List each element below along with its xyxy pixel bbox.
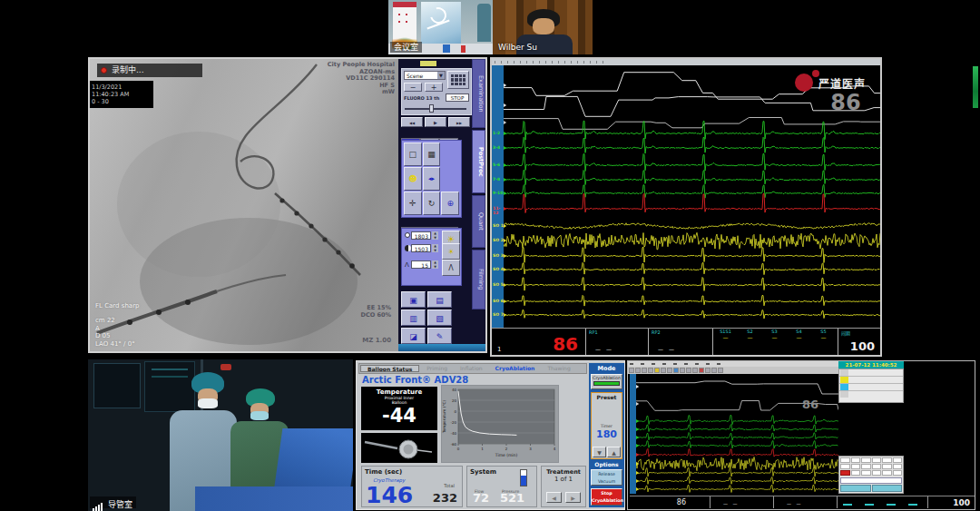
phase-inflation: Inflation: [454, 364, 489, 373]
folder-tab-icon: [420, 61, 436, 66]
tab-filming[interactable]: Filming: [472, 250, 485, 310]
options-title: Options: [589, 461, 624, 467]
adjust-panel: 1803 ▲▼ ☀ 1503 ▲▼ ☀ Λ 15 ▲▼ Λ: [401, 228, 462, 286]
mini-rp1-value: — —: [723, 501, 740, 506]
logo-icon: [795, 74, 813, 92]
channel-label: 9-10: [493, 191, 504, 195]
next-frame-button[interactable]: ▶▶: [448, 117, 470, 127]
svg-text:0: 0: [454, 409, 456, 414]
stop-button[interactable]: STOP: [446, 93, 469, 102]
mini-status-bar: 86 — — — — 100: [630, 496, 975, 508]
timer-down-button[interactable]: ▼: [593, 447, 606, 457]
channel-label: SO 6: [493, 299, 504, 303]
mini-stim-tick: [843, 504, 852, 506]
send-image-button[interactable]: ▤: [427, 291, 452, 308]
grid-layout-button[interactable]: ▦: [423, 142, 441, 166]
slider-track[interactable]: [405, 108, 466, 110]
edge-curve-button[interactable]: Λ: [442, 260, 460, 276]
copy-to-ref-button[interactable]: ▣: [401, 291, 426, 308]
tab-postproc[interactable]: PostProc: [472, 130, 485, 193]
phase-balloon-status: Balloon Status: [360, 365, 419, 372]
cryotherapy-seconds: 146: [366, 482, 413, 508]
slider-thumb[interactable]: [429, 104, 434, 113]
full-image-button[interactable]: □: [404, 142, 422, 166]
prev-frame-button[interactable]: ◀◀: [401, 117, 423, 127]
rp2-value: — —: [658, 346, 676, 352]
svg-text:Time (min): Time (min): [495, 453, 518, 457]
svg-text:0: 0: [457, 447, 460, 451]
cryoablation-mode-button[interactable]: CryoAblation: [591, 374, 622, 389]
video-thumbnail-wilber-su[interactable]: Wilber Su: [493, 0, 593, 54]
store-run-button[interactable]: ▥: [401, 310, 426, 326]
video-thumbnail-meeting-room[interactable]: 会议室: [388, 0, 493, 54]
patient-orientation-button[interactable]: ☻: [404, 167, 422, 191]
mini-watermark: 86: [802, 398, 818, 411]
edge-spinner[interactable]: ▲▼: [432, 260, 438, 269]
zoom-in-button[interactable]: +: [425, 83, 443, 92]
zoom-out-button[interactable]: −: [404, 83, 422, 92]
assistant-mask: [250, 411, 269, 420]
balloon-icon: [361, 433, 437, 463]
xray-image: 录制中... 11/3/2021 11:40:23 AM 0 - 30 City…: [90, 59, 398, 351]
ep-titlebar: [492, 59, 880, 65]
auto-contrast-button[interactable]: ☀: [442, 243, 460, 260]
temperature-box: Temperature Proximal Inner Balloon -44: [361, 387, 437, 430]
phase-thawing: Thawing: [541, 364, 576, 373]
mini-heart-rate: 86: [677, 498, 686, 506]
rotate-button[interactable]: ↻: [423, 192, 441, 215]
equipment-item: [220, 364, 231, 370]
acquisition-info-block: FL Card sharp cm 22 A D 05 LAO 41° / 0°: [95, 302, 139, 349]
ep-status-bar: 1 86 RP1 — — RP2 — — S1S1— S2— S3— S4— S…: [492, 328, 880, 355]
zoom-indicator: MZ 1.00: [362, 337, 391, 344]
scene-dropdown[interactable]: Scene ▼: [404, 71, 446, 80]
tab-quant[interactable]: Quant: [472, 195, 485, 248]
window-spinner[interactable]: ▲▼: [432, 231, 438, 240]
poster-photos: [396, 11, 414, 29]
mode-column: Mode CryoAblation Preset Timer 180 ▼ ▲ O…: [589, 363, 624, 507]
stop-cryoablation-button[interactable]: Stop CryoAblation: [591, 488, 622, 506]
channel-label: 5-6: [493, 162, 504, 167]
globe-button[interactable]: ⊕: [441, 192, 459, 215]
interval-label: 间期: [841, 329, 850, 336]
archive-button[interactable]: ◪: [401, 328, 426, 344]
flip-button[interactable]: ◂▸: [423, 167, 441, 191]
logo-text: 严道医声: [818, 75, 866, 91]
or-video-panel[interactable]: 导管室: [88, 359, 353, 511]
play-button[interactable]: ▶: [425, 117, 446, 127]
participant-name-label: 会议室: [390, 42, 422, 53]
treatment-next-button[interactable]: ▶: [565, 492, 581, 503]
keypad-button[interactable]: [447, 71, 469, 89]
store-image-button[interactable]: ▧: [427, 310, 452, 326]
watermark-number: 86: [818, 92, 873, 113]
level-value-field[interactable]: 1503: [411, 244, 431, 252]
channel-label: SO 3: [493, 253, 504, 258]
channel-label: 7-8: [493, 177, 504, 182]
tab-examination[interactable]: Examination: [472, 59, 485, 128]
participant-name-label: Wilber Su: [495, 42, 541, 53]
monitor-trace: [152, 376, 188, 378]
channel-label: SO 1: [493, 223, 504, 228]
pressure-value: 521: [500, 491, 524, 505]
rp2-cell: RP2 — —: [648, 329, 712, 355]
timer-up-button[interactable]: ▲: [607, 447, 621, 457]
mini-stim-cell: [837, 496, 927, 508]
channel-label-strip: 1-23-45-67-89-1011-12SO 1SO 2SO 3SO 4SO …: [492, 65, 504, 328]
window-value-field[interactable]: 1803: [411, 231, 431, 240]
level-spinner[interactable]: ▲▼: [432, 244, 438, 252]
edge-value-field[interactable]: 15: [411, 260, 431, 269]
phase-priming: Priming: [420, 364, 454, 373]
power-flag: mW: [328, 89, 395, 96]
pan-button[interactable]: ✛: [404, 192, 422, 215]
treatment-prev-button[interactable]: ◀: [546, 492, 562, 503]
exposure-value: EE 15%: [360, 304, 391, 311]
temperature-graph-box: 40200-20-40-6001234Time (min)Temperature…: [441, 385, 559, 463]
channel-label: SO 7: [493, 312, 504, 317]
release-vacuum-button[interactable]: Release Vacuum: [591, 469, 622, 486]
annotate-button[interactable]: ✎: [427, 328, 452, 344]
exposure-info-block: EE 15% DCO 60%: [360, 304, 391, 319]
mini-stim-keypad[interactable]: [838, 456, 904, 494]
svg-text:-20: -20: [450, 420, 456, 425]
contrast-icon: [405, 245, 411, 251]
rp1-value: — —: [595, 346, 613, 352]
window-radio[interactable]: [405, 232, 410, 238]
